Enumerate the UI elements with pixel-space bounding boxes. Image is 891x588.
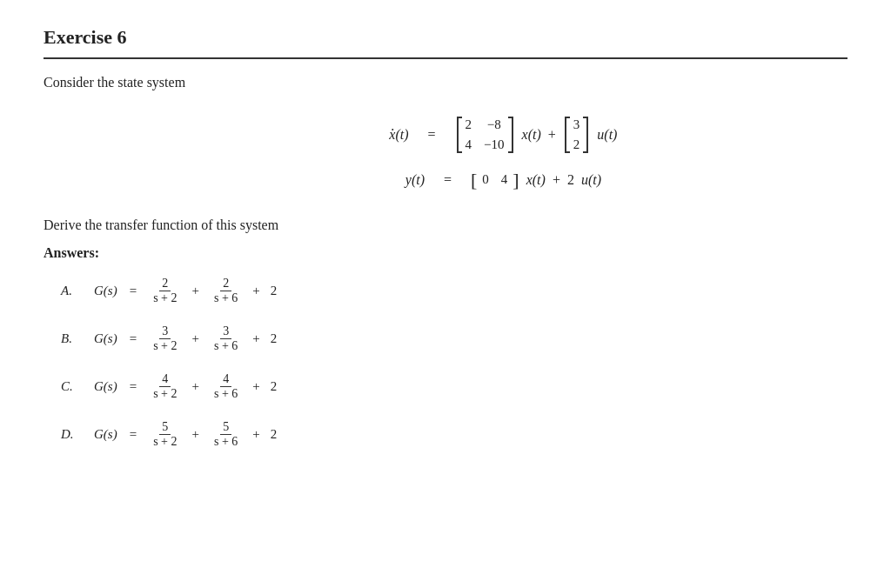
eq1-rhs: 2 −8 4 −10 x(t) + 3 2 u(t) [455,117,618,153]
eq2-equals: = [444,172,452,188]
answer-a-plus1: + [191,284,198,298]
answer-b-const: 2 [271,331,278,346]
matrix-c-01: 4 [501,171,508,189]
answer-d-plus2: + [252,427,259,442]
answer-b: B. G(s) = 3 s + 2 + 3 s + 6 + 2 [61,324,847,353]
derive-text: Derive the transfer function of this sys… [44,217,847,233]
eq2-plus: + [553,172,560,188]
answer-d-frac1: 5 s + 2 [151,420,179,449]
answer-c-frac1: 4 s + 2 [151,372,179,401]
equation-1: ·x(t) = 2 −8 4 −10 x(t) + 3 [361,117,618,153]
answer-d: D. G(s) = 5 s + 2 + 5 s + 6 + 2 [61,420,847,449]
answer-c-label: C. [61,379,87,394]
answer-d-const: 2 [271,427,278,442]
answers-list: A. G(s) = 2 s + 2 + 2 s + 6 + 2 B. G(s) … [61,277,847,449]
answers-label: Answers: [44,245,847,261]
answer-a-eq: = [130,284,137,298]
answer-b-gs: G(s) [94,331,117,346]
answer-c: C. G(s) = 4 s + 2 + 4 s + 6 + 2 [61,372,847,401]
answer-a-gs: G(s) [94,284,117,298]
matrix-a-00: 2 [466,117,472,134]
answer-a-label: A. [61,284,87,298]
matrix-b-10: 2 [573,137,580,154]
eq2-lhs: y(t) [377,172,425,188]
matrix-b-00: 3 [573,117,580,134]
matrix-a-01: −8 [484,117,504,134]
answer-c-gs: G(s) [94,379,117,394]
answer-c-plus1: + [191,379,198,394]
exercise-title: Exercise 6 [44,26,847,49]
answer-b-frac2: 3 s + 6 [211,324,240,353]
answer-c-plus2: + [252,379,259,394]
answer-b-label: B. [61,331,87,346]
answer-c-eq: = [130,379,137,394]
answer-d-frac2: 5 s + 6 [211,420,240,449]
answer-b-plus1: + [191,331,198,346]
eq2-xt: x(t) [526,172,546,188]
answer-c-frac2: 4 s + 6 [211,372,240,401]
answer-d-label: D. [61,427,87,442]
answer-a-frac1: 2 s + 2 [151,277,179,305]
eq2-ut: u(t) [581,172,601,188]
matrix-a-11: −10 [484,137,504,154]
answer-c-const: 2 [271,379,278,394]
eq1-plus: + [548,127,556,143]
eq2-coeff: 2 [567,172,574,188]
equations-block: ·x(t) = 2 −8 4 −10 x(t) + 3 [131,117,847,191]
answer-b-plus2: + [252,331,259,346]
answer-d-gs: G(s) [94,427,117,442]
answer-a-frac2: 2 s + 6 [211,277,240,305]
equation-2: y(t) = [ 0 4 ] x(t) + 2 u(t) [377,169,601,191]
answer-d-eq: = [130,427,137,442]
eq1-ut: u(t) [597,127,617,143]
eq2-rhs: [ 0 4 ] x(t) + 2 u(t) [471,169,601,191]
answer-b-frac1: 3 s + 2 [151,324,179,353]
top-divider [44,57,847,59]
eq1-equals: = [428,127,436,143]
eq1-lhs: ·x(t) [361,127,409,143]
answer-b-eq: = [130,331,137,346]
matrix-a-10: 4 [466,137,472,154]
answer-a: A. G(s) = 2 s + 2 + 2 s + 6 + 2 [61,277,847,305]
answer-d-plus1: + [191,427,198,442]
intro-text: Consider the state system [44,75,847,90]
eq1-xt: x(t) [522,127,541,143]
answer-a-plus2: + [252,284,259,298]
answer-a-const: 2 [271,284,278,298]
matrix-c-00: 0 [482,171,489,189]
